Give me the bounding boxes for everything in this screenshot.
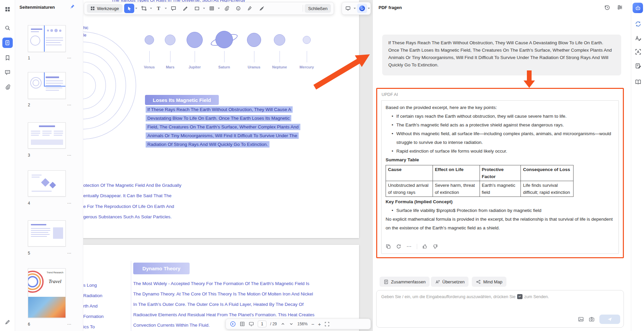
ai-rewrite-icon[interactable] [634, 35, 642, 42]
table-tool[interactable] [207, 4, 217, 13]
comment-tool[interactable] [168, 4, 179, 13]
text-tool-caret[interactable] [165, 8, 167, 9]
planet-label: Uranus [248, 65, 260, 69]
prompt-input[interactable]: Geben Sie / ein, um die Eingabeaufforder… [376, 290, 624, 328]
mind-map-button[interactable]: Mind Map [472, 277, 506, 287]
cursor-icon [127, 6, 132, 11]
updf-ai-caret[interactable] [368, 8, 370, 9]
ai-sync-icon[interactable] [634, 20, 642, 27]
thumbnail-menu-icon[interactable]: ⋯ [67, 251, 71, 256]
thumbnail-menu-icon[interactable]: ⋯ [67, 103, 71, 107]
tools-button[interactable]: Werkzeuge [87, 4, 122, 13]
settings-sliders-icon[interactable] [617, 4, 623, 10]
panel-title: PDF fragen [379, 5, 402, 10]
thumbs-down-icon[interactable] [433, 244, 438, 249]
copy-icon[interactable] [386, 244, 391, 249]
snapshot-tool[interactable] [139, 4, 149, 13]
screen-view-tool[interactable] [343, 4, 353, 13]
translate-button[interactable]: Übersetzen [431, 277, 468, 287]
page-thumbnails-icon[interactable] [2, 38, 13, 48]
bookmark-icon[interactable] [2, 53, 13, 63]
planet-mars [165, 35, 176, 45]
more-options-icon[interactable]: ⋯ [406, 242, 412, 251]
sticker-tool[interactable] [233, 4, 243, 13]
planet-venus [145, 35, 154, 45]
section-heading: Loses Its Magnetic Field [145, 95, 219, 105]
crossed-pen-icon [259, 6, 264, 11]
zoom-in-button[interactable]: + [318, 322, 321, 327]
summary-table-title: Summary Table [386, 156, 614, 164]
table-header: Protective Factor [480, 165, 521, 181]
page-thumbnail-3[interactable] [28, 122, 66, 149]
pdf-text-fragment: ics To [83, 324, 95, 329]
search-icon[interactable] [2, 23, 13, 33]
signature-tool[interactable] [245, 4, 255, 13]
page-thumbnail-2[interactable] [28, 72, 66, 99]
table-cell: Earth's magnetic field [480, 181, 521, 197]
monitor-icon [345, 6, 351, 11]
ai-response-box: UPDF AI Based on the provided excerpt, h… [376, 88, 624, 258]
fit-page-icon[interactable] [325, 322, 330, 327]
thumbnail-menu-icon[interactable]: ⋯ [67, 201, 71, 206]
summarize-button[interactable]: Zusammenfassen [380, 277, 430, 287]
shape-tool-caret[interactable] [203, 8, 205, 9]
comments-icon[interactable] [2, 67, 13, 77]
shape-tool[interactable] [192, 4, 202, 13]
updf-ai-tool[interactable] [357, 4, 367, 13]
history-icon[interactable] [604, 4, 610, 10]
thumbnail-view-icon[interactable] [240, 321, 245, 327]
thumbnail-menu-icon[interactable]: ⋯ [67, 56, 71, 60]
zoom-out-button[interactable]: − [311, 322, 314, 327]
text-tool[interactable]: T [154, 4, 164, 13]
apps-grid-icon[interactable] [2, 4, 13, 14]
snapshot-caret[interactable] [150, 8, 152, 9]
presentation-icon[interactable] [249, 321, 254, 327]
page-number: 1 [28, 56, 30, 60]
thumbnail-menu-icon[interactable]: ⋯ [67, 322, 71, 327]
pdf-text-fragment: Radiation [83, 293, 102, 298]
page-number-input[interactable] [258, 321, 266, 327]
viewport-indicator [44, 72, 66, 87]
screen-view-caret[interactable] [354, 8, 356, 9]
page-thumbnail-5[interactable] [28, 220, 66, 246]
page-thumbnail-4[interactable] [28, 170, 66, 197]
select-tool[interactable] [124, 4, 134, 13]
thumbnail-menu-icon[interactable]: ⋯ [67, 153, 71, 158]
zoom-level[interactable]: 156% [297, 322, 308, 326]
table-cell: Unobstructed arrival of strong rays [386, 181, 433, 197]
regenerate-icon[interactable] [396, 244, 401, 249]
auto-scroll-icon[interactable] [230, 321, 236, 327]
close-button[interactable]: Schließen [305, 4, 331, 13]
screenshot-icon[interactable] [589, 316, 595, 322]
attach-tool[interactable] [221, 4, 232, 13]
form-fill-icon[interactable] [634, 62, 642, 69]
square-icon [194, 6, 200, 11]
translate-icon [435, 279, 440, 284]
planet-label: Saturn [218, 65, 230, 69]
magnetic-field-diagram [83, 0, 151, 161]
eraser-pen-tool[interactable] [257, 4, 267, 13]
formula-title: Key Formula (Implied Concept) [386, 198, 614, 206]
ai-bullet: Rapid extinction of surface life forms w… [396, 147, 507, 156]
pin-icon[interactable] [70, 4, 75, 9]
previous-page-icon[interactable] [281, 322, 285, 326]
add-image-icon[interactable] [578, 316, 584, 322]
stylus-icon[interactable] [2, 317, 13, 327]
thumbs-up-icon[interactable] [422, 244, 428, 249]
page-thumbnail-1[interactable] [28, 25, 66, 52]
page-thumbnail-6[interactable]: Trend Research Travel [28, 268, 66, 318]
attachment-icon[interactable] [2, 82, 13, 92]
smiley-icon [236, 6, 241, 11]
pdf-text-fragment: otection Of The Magnetic Field And Be Gr… [83, 183, 181, 188]
next-page-icon[interactable] [289, 322, 294, 326]
travel-subtitle: Trend Research [47, 271, 63, 274]
select-tool-caret[interactable] [135, 8, 137, 9]
frame-icon [141, 6, 147, 11]
highlighter-tool[interactable] [180, 4, 190, 13]
table-tool-caret[interactable] [218, 8, 220, 9]
pdf-page-1: The Various Types Of Rays In The Univers… [83, 0, 359, 238]
ocr-icon[interactable] [634, 48, 642, 55]
updf-ai-sidebar-button[interactable] [633, 3, 643, 13]
send-button[interactable] [599, 315, 620, 324]
reader-mode-icon[interactable] [634, 78, 642, 86]
